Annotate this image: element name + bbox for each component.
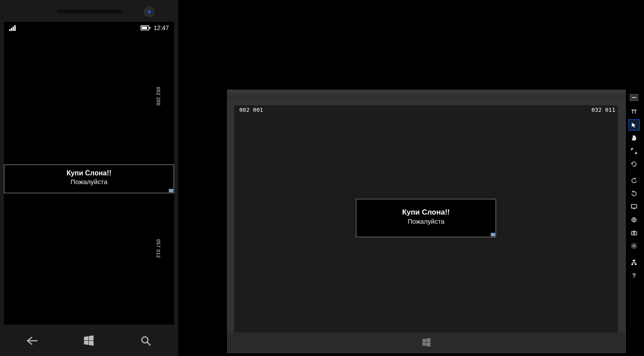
svg-rect-23 bbox=[633, 231, 635, 232]
svg-marker-8 bbox=[89, 336, 94, 341]
svg-marker-13 bbox=[423, 339, 426, 342]
svg-line-12 bbox=[147, 342, 150, 345]
screenshot-button[interactable] bbox=[628, 227, 640, 238]
perf-counter-top: 002 200 bbox=[156, 87, 161, 106]
resolution-button[interactable] bbox=[628, 201, 640, 212]
back-button[interactable] bbox=[15, 332, 50, 349]
svg-rect-1 bbox=[11, 28, 12, 31]
simulator-toolbar: ? bbox=[627, 94, 641, 281]
ad-subtitle: Пожалуйста bbox=[356, 218, 496, 225]
svg-rect-5 bbox=[142, 27, 147, 29]
always-on-top-button[interactable] bbox=[628, 106, 640, 118]
ad-subtitle: Пожалуйста bbox=[4, 178, 174, 185]
svg-marker-10 bbox=[89, 341, 94, 346]
svg-marker-14 bbox=[426, 338, 430, 342]
tablet-simulator-window: 002 001 032 011 Купи Слона!! Пожалуйста bbox=[227, 90, 626, 353]
minimize-button[interactable] bbox=[630, 94, 638, 101]
status-right: 12:47 bbox=[141, 24, 169, 31]
svg-point-22 bbox=[633, 232, 635, 234]
phone-screen[interactable]: 12:47 002 200 057 012 Купи Слона!! Пожал… bbox=[4, 22, 174, 325]
perf-counter-right: 032 011 bbox=[591, 107, 615, 113]
svg-rect-27 bbox=[635, 264, 637, 265]
tablet-screen[interactable]: 002 001 032 011 Купи Слона!! Пожалуйста bbox=[234, 105, 618, 332]
tablet-window-titlebar[interactable] bbox=[228, 90, 625, 99]
svg-rect-3 bbox=[14, 25, 16, 31]
location-button[interactable] bbox=[628, 214, 640, 225]
tablet-window-body: 002 001 032 011 Купи Слона!! Пожалуйста bbox=[228, 99, 625, 332]
status-time: 12:47 bbox=[154, 24, 169, 31]
svg-rect-26 bbox=[631, 264, 633, 265]
svg-rect-6 bbox=[149, 27, 151, 29]
svg-rect-19 bbox=[633, 208, 635, 209]
search-button[interactable] bbox=[128, 332, 163, 349]
svg-marker-15 bbox=[423, 343, 426, 346]
phone-sensor bbox=[144, 6, 155, 17]
ad-title: Купи Слона!! bbox=[4, 169, 174, 177]
phone-speaker bbox=[57, 10, 122, 13]
svg-rect-0 bbox=[9, 29, 10, 31]
ad-banner[interactable]: Купи Слона!! Пожалуйста bbox=[4, 165, 174, 193]
help-button[interactable]: ? bbox=[628, 270, 640, 281]
svg-rect-17 bbox=[632, 97, 636, 98]
battery-icon bbox=[141, 25, 151, 31]
rotate-cw-button[interactable] bbox=[628, 175, 640, 186]
ad-badge-icon bbox=[491, 233, 495, 236]
start-button[interactable] bbox=[71, 332, 106, 349]
rotate-ccw-button[interactable] bbox=[628, 188, 640, 199]
ad-badge-icon bbox=[169, 189, 173, 192]
perf-counter-bottom: 057 012 bbox=[156, 239, 161, 258]
ad-title: Купи Слона!! bbox=[356, 208, 496, 217]
mouse-mode-button[interactable] bbox=[628, 119, 640, 131]
svg-marker-7 bbox=[84, 336, 88, 341]
touch-mode-button[interactable] bbox=[628, 132, 640, 144]
status-bar: 12:47 bbox=[4, 22, 174, 34]
tablet-nav-bar bbox=[228, 332, 625, 353]
phone-emulator-chrome: 12:47 002 200 057 012 Купи Слона!! Пожал… bbox=[0, 0, 178, 356]
rotation-mode-button[interactable] bbox=[628, 158, 640, 170]
start-button[interactable] bbox=[422, 338, 431, 347]
svg-point-24 bbox=[633, 245, 635, 247]
signal-icon bbox=[9, 25, 18, 31]
svg-rect-25 bbox=[633, 260, 635, 261]
svg-rect-21 bbox=[631, 232, 637, 235]
ad-banner[interactable]: Купи Слона!! Пожалуйста bbox=[356, 199, 496, 237]
settings-button[interactable] bbox=[628, 240, 640, 252]
status-left bbox=[9, 25, 18, 31]
network-button[interactable] bbox=[628, 257, 640, 268]
svg-rect-2 bbox=[13, 27, 14, 31]
svg-marker-16 bbox=[426, 343, 430, 347]
svg-rect-18 bbox=[631, 205, 637, 208]
svg-marker-9 bbox=[84, 341, 88, 345]
pinch-zoom-button[interactable] bbox=[628, 145, 640, 157]
phone-nav-bar bbox=[4, 330, 174, 352]
perf-counter-left: 002 001 bbox=[239, 107, 263, 113]
